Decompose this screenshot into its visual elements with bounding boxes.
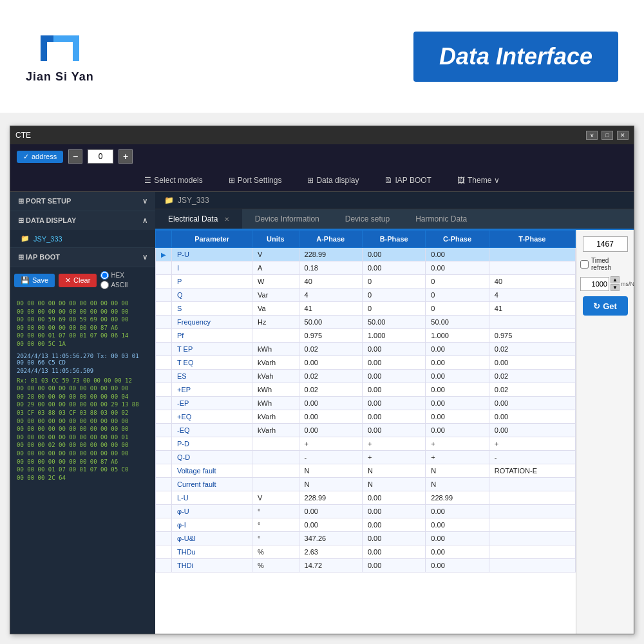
table-row: FrequencyHz50.0050.0050.00 (156, 316, 576, 329)
cell-t (489, 545, 575, 559)
table-row: THDu%2.630.000.00 (156, 545, 576, 559)
ascii-radio[interactable] (100, 281, 109, 289)
logo-icon (34, 29, 86, 68)
cell-param: Q-D (172, 451, 252, 464)
row-arrow (156, 532, 172, 545)
cell-units: Va (252, 302, 299, 316)
address-input[interactable] (88, 149, 113, 164)
tab-electrical[interactable]: Electrical Data ✕ (155, 209, 242, 230)
right-controls: Timed refresh ▲ ▼ ms/N ↻ Get (576, 230, 634, 634)
nav-data-display-label: Data display (316, 176, 359, 185)
minus-button[interactable]: − (68, 149, 82, 164)
save-button[interactable]: 💾 Save (14, 274, 55, 287)
nav-data-display[interactable]: ⊞ Data display (301, 172, 365, 189)
cell-a: 0.02 (299, 383, 362, 397)
spin-control: ▲ ▼ ms/N (580, 276, 630, 291)
spin-up-button[interactable]: ▲ (611, 276, 620, 283)
cell-c: 0.00 (426, 397, 489, 410)
cell-b: N (362, 464, 425, 478)
cell-b: 0.00 (362, 518, 425, 532)
clear-button[interactable]: ✕ Clear (59, 274, 97, 287)
nav-iap-boot[interactable]: 🖻 IAP BOOT (378, 172, 437, 189)
row-arrow (156, 289, 172, 302)
get-button[interactable]: ↻ Get (583, 296, 628, 316)
ascii-radio-label[interactable]: ASCII (100, 281, 128, 289)
row-arrow (156, 545, 172, 559)
cell-c: 50.00 (426, 316, 489, 329)
sidebar-header-data-display[interactable]: ⊞ DATA DISPLAY ∧ (10, 211, 155, 230)
cell-t: - (489, 451, 575, 464)
banner-title: Data Interface (413, 32, 618, 82)
nav-theme[interactable]: 🖼 Theme ∨ (451, 172, 506, 189)
col-a-phase: A-Phase (299, 231, 362, 248)
iap-boot-sidebar-icon: ⊞ IAP BOOT (18, 253, 60, 261)
refresh-icon: ↻ (593, 301, 600, 311)
cell-param: THDi (172, 559, 252, 573)
logo-area: Jian Si Yan (26, 29, 94, 84)
data-display-sidebar-icon: ⊞ DATA DISPLAY (18, 216, 76, 225)
cell-t: 41 (489, 302, 575, 316)
data-display-collapse-icon: ∧ (142, 216, 147, 225)
cell-units: kWh (252, 397, 299, 410)
table-row: +EPkWh0.020.000.000.02 (156, 383, 576, 397)
nav-select-models[interactable]: ☰ Select models (138, 172, 209, 189)
spin-down-button[interactable]: ▼ (611, 284, 620, 291)
cell-t: 0.00 (489, 356, 575, 370)
tab-electrical-close[interactable]: ✕ (224, 216, 229, 223)
cell-a: 0.00 (299, 410, 362, 424)
cell-param: S (172, 302, 252, 316)
table-row: Q-D-++- (156, 451, 576, 464)
sidebar-section-iap-boot: ⊞ IAP BOOT ∨ (10, 248, 155, 267)
cell-units (252, 478, 299, 491)
sidebar-header-iap-boot[interactable]: ⊞ IAP BOOT ∨ (10, 248, 155, 267)
cell-units: kVah (252, 370, 299, 383)
sidebar-item-jsy333[interactable]: 📁 JSY_333 (10, 230, 155, 247)
tab-device-setup[interactable]: Device setup (332, 209, 402, 230)
nav-select-models-label: Select models (154, 176, 202, 185)
tab-harmonic[interactable]: Harmonic Data (402, 209, 480, 230)
table-row: THDi%14.720.000.00 (156, 559, 576, 573)
title-bar: CTE ∨ □ ✕ (10, 126, 634, 144)
nav-port-settings[interactable]: ⊞ Port Settings (222, 172, 289, 189)
col-units: Units (252, 231, 299, 248)
content-area: ⊞ PORT SETUP ∨ ⊞ DATA DISPLAY ∧ 📁 JSY_33… (10, 192, 634, 634)
cell-a: 347.26 (299, 532, 362, 545)
cell-units: ° (252, 532, 299, 545)
row-arrow (156, 424, 172, 437)
col-t-phase: T-Phase (489, 231, 575, 248)
hex-radio-label[interactable]: HEX (100, 271, 128, 279)
checkmark-icon: ✓ (23, 153, 29, 161)
cell-units: kVarh (252, 356, 299, 370)
cell-a: 228.99 (299, 491, 362, 505)
tab-device-info[interactable]: Device Information (242, 209, 332, 230)
cell-c: 0.00 (426, 518, 489, 532)
folder-icon: 📁 (21, 234, 30, 243)
value-input[interactable] (583, 236, 628, 252)
cell-c: 0.00 (426, 559, 489, 573)
cell-t (489, 478, 575, 491)
table-row: SVa410041 (156, 302, 576, 316)
plus-button[interactable]: + (118, 149, 133, 164)
cell-a: 0.02 (299, 343, 362, 356)
cell-param: φ-U (172, 505, 252, 518)
cell-b: 1.000 (362, 329, 425, 343)
cell-a: - (299, 451, 362, 464)
log-text-initial: 00 00 00 00 00 00 00 00 00 00 00 00 00 0… (14, 297, 151, 351)
minimize-button[interactable]: ∨ (586, 131, 598, 140)
nav-theme-label: Theme ∨ (468, 176, 500, 185)
cell-t (489, 248, 575, 261)
cell-param: Q (172, 289, 252, 302)
spin-input[interactable] (580, 277, 609, 291)
cell-b: 0 (362, 302, 425, 316)
timed-refresh-checkbox[interactable] (580, 260, 589, 269)
table-row: P-D++++ (156, 437, 576, 451)
device-name: JSY_333 (178, 196, 209, 205)
nav-iap-boot-label: IAP BOOT (395, 176, 431, 185)
hex-radio[interactable] (100, 271, 109, 279)
address-button[interactable]: ✓ address (17, 151, 63, 163)
sidebar-header-port-setup[interactable]: ⊞ PORT SETUP ∨ (10, 192, 155, 211)
maximize-button[interactable]: □ (601, 131, 613, 140)
close-button[interactable]: ✕ (617, 131, 629, 140)
cell-c: 0.00 (426, 424, 489, 437)
cell-b: 0 (362, 275, 425, 289)
